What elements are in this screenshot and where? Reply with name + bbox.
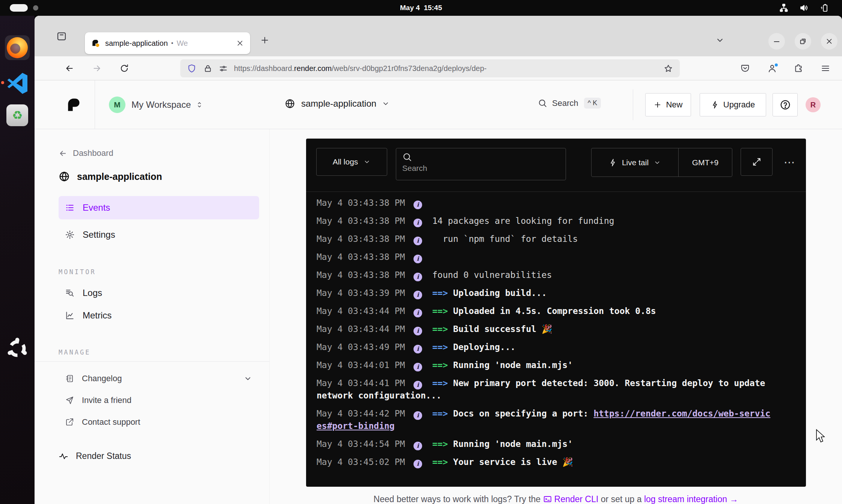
minimize-icon (773, 37, 781, 45)
info-icon: i (413, 381, 422, 389)
global-search[interactable]: Search ^ K (538, 98, 601, 109)
tab-title: sample-application (105, 39, 168, 48)
minimize-button[interactable] (768, 33, 785, 50)
sidebar-item-events[interactable]: Events (59, 196, 259, 219)
ubuntu-dock: ♻ (0, 16, 35, 504)
sidebar-back-dashboard[interactable]: Dashboard (59, 146, 269, 160)
log-arrow: ==> (432, 342, 448, 352)
sidebar-toggle-icon (56, 30, 67, 42)
info-icon: i (413, 460, 422, 468)
pocket-icon (740, 63, 750, 73)
log-row: May 4 03:43:38 PMi (317, 251, 797, 263)
browser-tab[interactable]: sample-application • We (85, 32, 250, 54)
user-avatar[interactable]: R (806, 97, 821, 112)
log-row: May 4 03:43:38 PMi14 packages are lookin… (317, 215, 797, 227)
info-icon: i (413, 255, 422, 263)
volume-icon (799, 3, 809, 13)
sidebar-service-label: sample-application (77, 171, 162, 182)
sidebar-item-invite-a-friend[interactable]: Invite a friend (59, 389, 259, 411)
log-output[interactable]: May 4 03:43:38 PMiMay 4 03:43:38 PMi14 p… (306, 192, 806, 487)
log-search-input[interactable]: Search (396, 148, 566, 180)
system-clock[interactable]: May 4 15:45 (0, 0, 842, 16)
restore-window-button[interactable] (795, 33, 811, 50)
log-timestamp: May 4 03:43:38 PM (317, 215, 413, 227)
log-timestamp: May 4 03:44:41 PM (317, 377, 413, 389)
back-label: Dashboard (73, 148, 113, 158)
nav-divider (633, 89, 633, 120)
sidebar-item-changelog[interactable]: Changelog (59, 368, 259, 389)
sidebar-item-settings[interactable]: Settings (59, 223, 259, 246)
account-notification-dot (774, 63, 779, 67)
sidebar-section-monitor: MONITOR (59, 268, 269, 276)
sidebar-toggle-button[interactable] (54, 29, 69, 44)
sidebar-item-logs[interactable]: Logs (59, 282, 259, 304)
firefox-icon[interactable] (5, 35, 30, 60)
permissions-sliders-icon[interactable] (219, 64, 228, 73)
help-button[interactable] (773, 93, 798, 116)
service-selector[interactable]: sample-application (285, 98, 390, 109)
account-button[interactable] (764, 60, 781, 77)
log-row: May 4 03:44:54 PMi==>Running 'node main.… (317, 438, 797, 450)
url-bar[interactable]: https://dashboard.render.com/web/srv-d0b… (180, 59, 680, 77)
url-path: /web/srv-d0bgp21r0fns73dena2g/deploys/de… (332, 64, 487, 72)
back-button[interactable] (61, 60, 78, 77)
hamburger-menu-icon (821, 63, 830, 73)
log-row: May 4 03:43:44 PMi==>Uploaded in 4.5s. C… (317, 305, 797, 317)
chevron-down-icon (363, 158, 371, 166)
logs-help-footer: Need better ways to work with logs? Try … (270, 494, 842, 504)
live-tail-label: Live tail (622, 158, 649, 167)
log-timestamp: May 4 03:43:49 PM (317, 341, 413, 353)
log-row: May 4 03:43:38 PMi (317, 197, 797, 209)
log-stream-integration-link[interactable]: log stream integration → (644, 494, 738, 504)
log-arrow: ==> (432, 378, 448, 388)
chevron-down-icon (382, 100, 390, 108)
new-button[interactable]: New (645, 93, 691, 116)
close-window-button[interactable] (821, 33, 837, 50)
lock-icon[interactable] (203, 64, 213, 73)
reload-button[interactable] (116, 60, 133, 77)
log-filter-dropdown[interactable]: All logs (316, 148, 387, 176)
sidebar-item-render-status[interactable]: Render Status (59, 451, 269, 461)
log-timestamp: May 4 03:43:38 PM (317, 197, 413, 209)
expand-logs-button[interactable] (741, 148, 773, 176)
log-arrow: ==> (432, 288, 448, 298)
bookmark-star-icon[interactable] (664, 64, 673, 73)
send-icon (65, 396, 74, 405)
log-overflow-menu[interactable]: ⋯ (784, 148, 796, 176)
system-tray[interactable] (779, 0, 829, 16)
running-app-indicator (1, 81, 4, 84)
timezone-button[interactable]: GMT+9 (679, 148, 732, 177)
live-tail-dropdown[interactable]: Live tail (592, 148, 678, 177)
log-timestamp: May 4 03:44:54 PM (317, 438, 413, 450)
extensions-button[interactable] (790, 60, 807, 77)
plus-icon (653, 101, 662, 109)
log-search-placeholder: Search (402, 164, 427, 173)
log-arrow: ==> (432, 360, 448, 370)
pocket-button[interactable] (736, 60, 754, 77)
software-center-icon[interactable]: ♻ (6, 104, 28, 126)
tab-title-truncated: We (177, 39, 188, 48)
forward-button[interactable] (88, 60, 106, 77)
url-scheme: https://dashboard. (234, 64, 294, 72)
url-text[interactable]: https://dashboard.render.com/web/srv-d0b… (234, 64, 487, 73)
workspace-selector[interactable]: M My Workspace (109, 97, 204, 113)
sidebar-item-metrics[interactable]: Metrics (59, 304, 259, 327)
vscode-icon[interactable] (6, 71, 29, 94)
log-timestamp: May 4 03:45:02 PM (317, 456, 413, 468)
app-menu-button[interactable] (817, 60, 834, 77)
log-arrow: ==> (432, 457, 448, 467)
upgrade-button[interactable]: Upgrade (700, 93, 766, 116)
tracking-shield-icon[interactable] (187, 64, 196, 73)
render-cli-link[interactable]: Render CLI (554, 494, 599, 504)
list-tabs-chevron-icon[interactable] (715, 35, 725, 45)
chevron-updown-icon (195, 101, 204, 109)
sidebar-service-name[interactable]: sample-application (59, 168, 269, 185)
workspace-avatar: M (109, 97, 125, 113)
sidebar-item-contact-support[interactable]: Contact support (59, 411, 259, 433)
ubuntu-logo-icon[interactable] (6, 337, 29, 360)
log-message: Your service is live 🎉 (453, 457, 573, 467)
tab-close-icon[interactable] (236, 39, 244, 47)
info-icon: i (413, 327, 422, 335)
render-logo[interactable] (65, 97, 81, 113)
new-tab-button[interactable] (260, 35, 270, 45)
